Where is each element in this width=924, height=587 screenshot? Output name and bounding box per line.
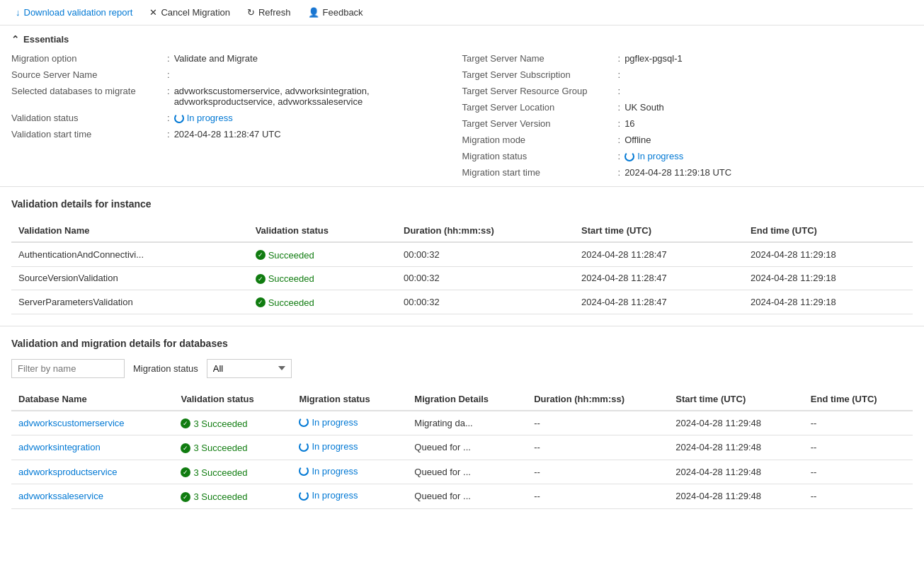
- db-start-time: 2024-04-28 11:29:48: [668, 435, 803, 460]
- field-value: Validate and Migrate: [174, 53, 258, 64]
- db-name[interactable]: advworksintegration: [11, 435, 173, 460]
- db-duration: --: [527, 460, 668, 484]
- field-row: Selected databases to migrate : advworks…: [11, 86, 462, 107]
- succeeded-status: ✓3 Succeeded: [181, 491, 247, 502]
- field-label: Migration option: [11, 53, 167, 64]
- download-icon: ↓: [16, 7, 21, 18]
- feedback-label: Feedback: [323, 7, 363, 18]
- validation-status: ✓Succeeded: [249, 242, 397, 266]
- succeeded-status: ✓3 Succeeded: [181, 467, 247, 478]
- validation-end: 2024-04-28 11:29:18: [743, 266, 913, 290]
- validation-duration: 00:00:32: [397, 290, 574, 314]
- field-label: Validation status: [11, 113, 167, 123]
- download-button[interactable]: ↓ Download validation report: [8, 4, 139, 21]
- check-icon: ✓: [256, 274, 266, 284]
- table-column-header: Duration (hh:mm:ss): [527, 388, 668, 411]
- db-migration-details: Queued for ...: [407, 435, 527, 460]
- inprogress-status: In progress: [299, 441, 358, 452]
- spinner-icon: [299, 417, 309, 427]
- db-start-time: 2024-04-28 11:29:48: [668, 484, 803, 509]
- table-row: SourceVersionValidation✓Succeeded00:00:3…: [11, 266, 913, 290]
- table-column-header: End time (UTC): [804, 388, 913, 411]
- db-duration: --: [527, 435, 668, 460]
- db-validation-status: ✓3 Succeeded: [173, 435, 292, 460]
- db-name[interactable]: advworkssaleservice: [11, 484, 173, 509]
- db-link[interactable]: advworkssaleservice: [18, 491, 103, 501]
- table-column-header: End time (UTC): [743, 220, 913, 242]
- check-icon: ✓: [181, 467, 190, 477]
- spinner-icon: [624, 152, 634, 161]
- validation-end: 2024-04-28 11:29:18: [743, 242, 913, 266]
- table-row: AuthenticationAndConnectivi...✓Succeeded…: [11, 242, 913, 266]
- migration-details-section: Validation and migration details for dat…: [0, 326, 924, 520]
- migration-table-header: Database NameValidation statusMigration …: [11, 388, 913, 411]
- table-column-header: Validation status: [173, 388, 292, 411]
- validation-details-section: Validation details for instance Validati…: [0, 187, 924, 326]
- field-label: Validation start time: [11, 129, 167, 139]
- db-name[interactable]: advworkscustomerservice: [11, 411, 173, 435]
- succeeded-status: ✓Succeeded: [256, 297, 314, 308]
- inprogress-status: In progress: [299, 417, 358, 428]
- filter-input[interactable]: [11, 359, 125, 378]
- validation-start: 2024-04-28 11:28:47: [574, 242, 743, 266]
- db-validation-status: ✓3 Succeeded: [173, 484, 292, 509]
- table-column-header: Start time (UTC): [668, 388, 803, 411]
- colon: :: [618, 167, 621, 178]
- validation-table-header: Validation NameValidation statusDuration…: [11, 220, 913, 242]
- validation-duration: 00:00:32: [397, 266, 574, 290]
- essentials-left: Migration option : Validate and MigrateS…: [11, 53, 462, 178]
- cancel-label: Cancel Migration: [161, 7, 230, 18]
- validation-end: 2024-04-28 11:29:18: [743, 290, 913, 314]
- colon: :: [167, 69, 170, 80]
- feedback-button[interactable]: 👤 Feedback: [301, 4, 370, 21]
- db-migration-status: In progress: [292, 460, 407, 484]
- db-duration: --: [527, 411, 668, 435]
- essentials-toggle[interactable]: ⌃ Essentials: [11, 34, 913, 45]
- table-column-header: Migration status: [292, 388, 407, 411]
- refresh-button[interactable]: ↻ Refresh: [240, 4, 298, 21]
- validation-details-title: Validation details for instance: [11, 198, 913, 210]
- succeeded-status: ✓3 Succeeded: [181, 418, 247, 429]
- db-migration-status: In progress: [292, 411, 407, 435]
- field-label: Migration start time: [462, 167, 618, 178]
- field-row: Target Server Name : pgflex-pgsql-1: [462, 53, 913, 64]
- check-icon: ✓: [181, 492, 190, 502]
- field-value: 2024-04-28 11:28:47 UTC: [174, 129, 281, 139]
- colon: :: [618, 86, 621, 96]
- field-row: Source Server Name :: [11, 69, 462, 80]
- field-value: pgflex-pgsql-1: [624, 53, 683, 64]
- refresh-label: Refresh: [258, 7, 291, 18]
- db-duration: --: [527, 484, 668, 509]
- db-migration-status: In progress: [292, 435, 407, 460]
- field-value: UK South: [624, 102, 664, 113]
- spinner-icon: [299, 466, 309, 476]
- essentials-right: Target Server Name : pgflex-pgsql-1Targe…: [462, 53, 913, 178]
- field-row: Target Server Location : UK South: [462, 102, 913, 113]
- colon: :: [167, 53, 170, 64]
- check-icon: ✓: [181, 443, 190, 453]
- table-row: advworkscustomerservice✓3 SucceededIn pr…: [11, 411, 913, 435]
- essentials-section: ⌃ Essentials Migration option : Validate…: [0, 25, 924, 187]
- migration-status-select[interactable]: AllIn progressSucceededFailed: [207, 359, 292, 378]
- db-link[interactable]: advworkscustomerservice: [18, 418, 125, 428]
- spinner-icon: [299, 442, 309, 452]
- db-end-time: --: [804, 460, 913, 484]
- db-name[interactable]: advworksproductservice: [11, 460, 173, 484]
- table-row: advworksproductservice✓3 SucceededIn pro…: [11, 460, 913, 484]
- db-migration-status: In progress: [292, 484, 407, 509]
- field-label: Target Server Name: [462, 53, 618, 64]
- table-column-header: Start time (UTC): [574, 220, 743, 242]
- db-end-time: --: [804, 435, 913, 460]
- colon: :: [167, 86, 170, 96]
- colon: :: [618, 118, 621, 129]
- check-icon: ✓: [181, 418, 190, 428]
- db-link[interactable]: advworksproductservice: [18, 467, 117, 477]
- table-row: advworksintegration✓3 SucceededIn progre…: [11, 435, 913, 460]
- db-link[interactable]: advworksintegration: [18, 442, 101, 452]
- validation-start: 2024-04-28 11:28:47: [574, 266, 743, 290]
- db-end-time: --: [804, 484, 913, 509]
- cancel-migration-button[interactable]: ✕ Cancel Migration: [142, 4, 237, 21]
- check-icon: ✓: [256, 250, 266, 260]
- field-label: Migration status: [462, 151, 618, 161]
- toolbar: ↓ Download validation report ✕ Cancel Mi…: [0, 0, 924, 25]
